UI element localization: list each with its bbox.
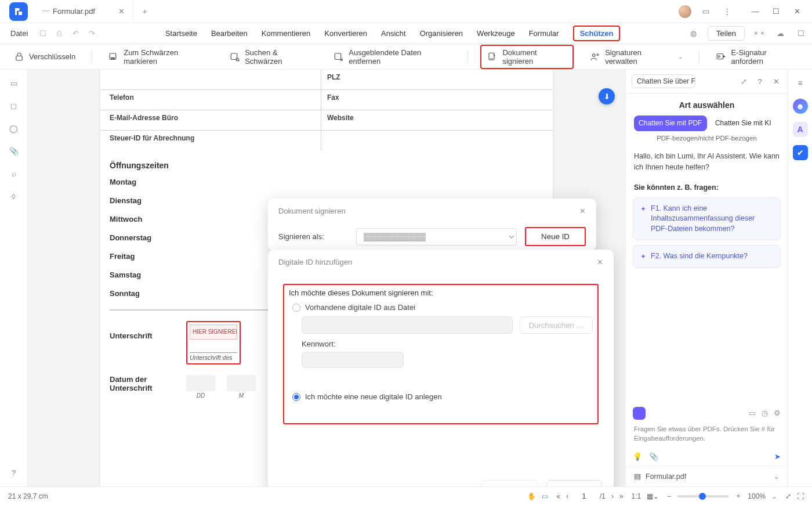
search-icon[interactable]: ⌕ xyxy=(8,169,20,178)
chat-pdf-option[interactable]: Chatten Sie mit PDF xyxy=(634,116,707,131)
id-options-highlight: Ich möchte dieses Dokument signieren mit… xyxy=(283,284,599,424)
radio-existing-icon xyxy=(292,304,300,312)
share-button[interactable]: Teilen xyxy=(708,26,745,41)
date-mm-field[interactable] xyxy=(227,375,256,391)
message-icon[interactable]: ▭ xyxy=(699,7,712,16)
more-icon[interactable]: ⋮ xyxy=(720,7,733,16)
option-new-id[interactable]: Ich möchte eine neue digitale ID anlegen xyxy=(292,392,593,401)
day-sat: Samstag xyxy=(110,270,185,279)
send-icon[interactable]: ➤ xyxy=(774,452,781,461)
cloud-icon[interactable]: ☁ xyxy=(774,29,786,38)
signature-label: Unterschrift xyxy=(110,321,179,340)
sign-document-button[interactable]: Dokument signieren xyxy=(480,45,574,69)
manage-signatures-button[interactable]: Signaturen verwalten ⌄ xyxy=(586,46,686,68)
ai-chat-panel: Chatten Sie über F ⤢ ? ✕ Art auswählen C… xyxy=(625,70,788,486)
chat-file-chip[interactable]: ▤ Formular.pdf xyxy=(626,466,788,486)
attachment-icon[interactable]: 📎 xyxy=(8,147,20,156)
mark-redaction-button[interactable]: Zum Schwärzen markieren xyxy=(105,46,213,68)
page-number-input[interactable] xyxy=(574,490,594,502)
minimize-button[interactable]: ― xyxy=(747,7,763,16)
idea-icon[interactable]: 💡 xyxy=(633,452,642,461)
new-tab-button[interactable]: ＋ xyxy=(133,6,157,17)
chat-help-icon[interactable]: ? xyxy=(754,77,766,86)
file-menu[interactable]: Datei xyxy=(5,27,34,40)
zoom-slider[interactable] xyxy=(677,495,729,497)
signature-field-highlight[interactable]: HIER SIGNIEREN Unterschrift des xyxy=(186,321,241,365)
svg-point-11 xyxy=(719,55,720,57)
tab-protect[interactable]: Schützen xyxy=(573,26,621,41)
tab-form[interactable]: Formular xyxy=(529,26,559,41)
zoom-in-icon[interactable]: ＋ xyxy=(735,491,742,501)
comment-panel-icon[interactable]: ◯ xyxy=(8,124,20,133)
sliders-icon[interactable]: ≡ xyxy=(793,75,808,91)
option-existing-id[interactable]: Vorhandene digitale ID aus Datei xyxy=(292,303,593,312)
user-avatar[interactable] xyxy=(679,5,691,18)
sign-as-select[interactable]: ▓▓▓▓▓▓▓▓▓▓▓ xyxy=(356,228,517,246)
maximize-button[interactable]: ☐ xyxy=(768,7,784,16)
next-page-icon[interactable]: › xyxy=(611,492,614,500)
encrypt-button[interactable]: Verschlüsseln xyxy=(10,49,79,64)
browse-button[interactable]: Durchsuchen … xyxy=(520,316,593,334)
chat-type-title: Art auswählen xyxy=(626,93,788,116)
fit-actual-icon[interactable]: 1:1 xyxy=(632,492,641,500)
date-dd-field[interactable] xyxy=(186,375,215,391)
remove-hidden-button[interactable]: Ausgeblendete Daten entfernen xyxy=(330,46,454,68)
tab-edit[interactable]: Bearbeiten xyxy=(211,26,248,41)
hand-tool-icon[interactable]: ✋ xyxy=(527,492,536,500)
close-window-button[interactable]: ✕ xyxy=(789,7,805,16)
tab-start[interactable]: Startseite xyxy=(165,26,197,41)
thumbnails-icon[interactable]: ▭ xyxy=(8,79,20,88)
tab-comment[interactable]: Kommentieren xyxy=(262,26,311,41)
check-icon[interactable]: ✔ xyxy=(793,145,808,160)
zoom-out-icon[interactable]: − xyxy=(667,492,671,500)
share-graph-icon[interactable]: ⚬⚬ xyxy=(753,29,766,38)
search-redact-button[interactable]: Suchen & Schwärzen xyxy=(226,46,317,68)
select-tool-icon[interactable]: ▭ xyxy=(542,492,548,500)
tab-tools[interactable]: Werkzeuge xyxy=(477,26,515,41)
svg-rect-6 xyxy=(335,53,341,60)
protect-toolbar: Verschlüsseln Zum Schwärzen markieren Su… xyxy=(0,44,812,70)
chat-ai-option[interactable]: Chatten Sie mit KI xyxy=(707,116,780,131)
help-icon[interactable]: ? xyxy=(8,468,20,477)
next-button[interactable]: Weiter > xyxy=(546,480,602,486)
fit-width-icon[interactable]: ⤢ xyxy=(785,492,791,500)
undo-icon[interactable]: ↶ xyxy=(68,29,82,38)
prev-page-icon[interactable]: ‹ xyxy=(566,492,568,500)
close-chat-icon[interactable]: ✕ xyxy=(770,77,782,86)
print-icon[interactable]: ⎙ xyxy=(52,29,66,38)
fullscreen-icon[interactable]: ⛶ xyxy=(797,492,804,500)
settings-gear-icon[interactable]: ⚙ xyxy=(774,409,781,417)
add-digital-id-dialog: Digitale ID hinzufügen✕ Ich möchte diese… xyxy=(268,250,614,486)
ai-bot-icon[interactable]: ☻ xyxy=(793,99,808,114)
archive-icon[interactable]: ☐ xyxy=(795,29,807,38)
attach-icon[interactable]: 📎 xyxy=(649,452,658,461)
request-esignature-button[interactable]: E-Signatur anfordern xyxy=(712,46,802,68)
svg-rect-7 xyxy=(489,53,494,60)
bookmark-icon[interactable]: ◻ xyxy=(8,102,20,110)
close-add-id-dialog[interactable]: ✕ xyxy=(597,258,603,266)
translate-icon[interactable]: A xyxy=(793,122,808,137)
layers-icon[interactable]: ◊ xyxy=(8,192,20,201)
tab-organize[interactable]: Organisieren xyxy=(420,26,463,41)
chat-suggestion-1[interactable]: F1. Kann ich eine Inhaltszusammenfassung… xyxy=(633,197,781,241)
field-telefon: Telefon xyxy=(100,90,321,110)
download-button[interactable]: ⬇ xyxy=(599,88,615,104)
redo-icon[interactable]: ↷ xyxy=(85,29,99,38)
first-page-icon[interactable]: « xyxy=(556,492,560,500)
chat-suggestion-2[interactable]: F2. Was sind die Kernpunkte? xyxy=(633,245,781,268)
new-id-button[interactable]: Neue ID xyxy=(525,227,586,246)
expand-chat-icon[interactable]: ⤢ xyxy=(738,77,749,86)
close-sign-dialog[interactable]: ✕ xyxy=(579,207,586,215)
last-page-icon[interactable]: » xyxy=(619,492,624,500)
image-icon[interactable]: ▭ xyxy=(749,409,756,417)
chat-context-chip[interactable]: Chatten Sie über F xyxy=(632,74,695,88)
document-tab[interactable]: 〰 Formular.pdf ✕ xyxy=(34,0,133,23)
tab-convert[interactable]: Konvertieren xyxy=(324,26,367,41)
history-icon[interactable]: ◷ xyxy=(762,409,768,417)
close-tab-icon[interactable]: ✕ xyxy=(118,7,125,16)
save-icon[interactable]: ☐ xyxy=(36,29,50,38)
lightbulb-icon[interactable]: ◍ xyxy=(687,29,699,38)
tab-view[interactable]: Ansicht xyxy=(381,26,406,41)
zoom-level[interactable]: 100% xyxy=(748,492,766,500)
page-layout-icon[interactable]: ▦⌄ xyxy=(647,492,659,500)
